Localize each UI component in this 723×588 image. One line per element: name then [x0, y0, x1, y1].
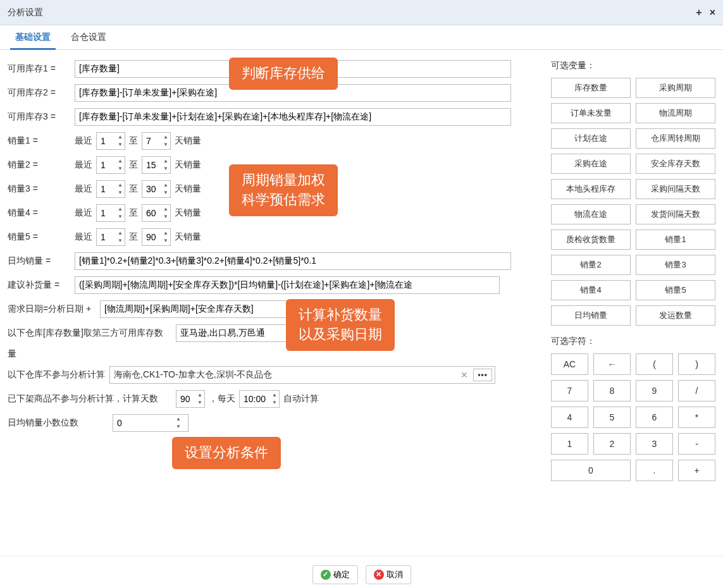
calc-button[interactable]: * — [678, 407, 715, 428]
variable-button[interactable]: 库存数量 — [551, 78, 631, 98]
calc-button[interactable]: 5 — [593, 407, 631, 428]
chevron-down-icon[interactable]: ▼ — [195, 399, 204, 407]
chevron-up-icon[interactable]: ▲ — [161, 205, 170, 213]
titlebar-controls: + × — [696, 7, 715, 18]
chevron-up-icon[interactable]: ▲ — [116, 133, 125, 141]
chevron-up-icon[interactable]: ▲ — [174, 415, 183, 423]
spinner-decimals[interactable]: ▲▼ — [113, 414, 188, 432]
chevron-up-icon[interactable]: ▲ — [161, 230, 170, 237]
text-to: 至 — [129, 231, 138, 243]
variable-button[interactable]: 质检收货数量 — [551, 230, 631, 250]
callout-demand: 周期销量加权 科学预估需求 — [229, 164, 338, 216]
clear-icon[interactable]: ✕ — [458, 370, 471, 380]
calc-button[interactable]: 9 — [636, 380, 673, 401]
cancel-label: 取消 — [386, 569, 403, 580]
calc-button[interactable]: 1 — [551, 433, 588, 455]
chevron-down-icon[interactable]: ▼ — [270, 399, 279, 407]
input-avg-sale[interactable] — [75, 252, 511, 270]
variable-button[interactable]: 安全库存天数 — [636, 154, 715, 174]
calc-button[interactable]: ( — [636, 353, 673, 375]
tab-merge-warehouse[interactable]: 合仓设置 — [61, 25, 116, 49]
variable-button[interactable]: 采购周期 — [636, 78, 715, 98]
chevron-down-icon[interactable]: ▼ — [116, 165, 125, 173]
chevron-down-icon[interactable]: ▼ — [161, 237, 170, 245]
calc-button[interactable]: 0 — [551, 460, 631, 481]
titlebar: 分析设置 + × — [0, 0, 723, 25]
variable-button[interactable]: 发运数量 — [636, 305, 715, 326]
chevron-up-icon[interactable]: ▲ — [161, 157, 170, 165]
more-button[interactable]: ••• — [473, 369, 492, 381]
text-recent: 最近 — [75, 231, 92, 243]
chevron-down-icon[interactable]: ▼ — [161, 141, 170, 149]
variable-button[interactable]: 采购间隔天数 — [636, 179, 715, 199]
chevron-down-icon[interactable]: ▼ — [116, 141, 125, 149]
chevron-up-icon[interactable]: ▲ — [116, 157, 125, 165]
variable-button[interactable]: 销量5 — [636, 280, 715, 300]
variable-button[interactable]: 销量4 — [551, 280, 631, 300]
tab-basic-settings[interactable]: 基础设置 — [5, 25, 61, 49]
calc-button[interactable]: - — [678, 433, 715, 455]
add-icon[interactable]: + — [696, 7, 701, 18]
calc-button[interactable]: / — [678, 380, 715, 401]
chevron-down-icon[interactable]: ▼ — [116, 213, 125, 221]
variable-button[interactable]: 物流在途 — [551, 204, 631, 224]
callout-replenish: 计算补货数量 以及采购日期 — [286, 299, 395, 351]
variable-button[interactable]: 订单未发量 — [551, 103, 631, 123]
chevron-down-icon[interactable]: ▼ — [161, 165, 170, 173]
spinner-s2-from[interactable]: ▲▼ — [96, 156, 125, 174]
label-sale1: 销量1 = — [8, 135, 71, 147]
input-stock3[interactable] — [75, 108, 511, 126]
spinner-s4-from[interactable]: ▲▼ — [96, 204, 125, 222]
chevron-up-icon[interactable]: ▲ — [270, 391, 279, 399]
cancel-button[interactable]: ✕ 取消 — [366, 565, 411, 584]
variable-button[interactable]: 仓库周转周期 — [636, 128, 715, 149]
variable-button[interactable]: 本地头程库存 — [551, 179, 631, 199]
variable-button[interactable]: 物流周期 — [636, 103, 715, 123]
calc-button[interactable]: 8 — [593, 380, 631, 401]
chevron-down-icon[interactable]: ▼ — [161, 189, 170, 197]
chevron-down-icon[interactable]: ▼ — [116, 237, 125, 245]
spinner-s3-from[interactable]: ▲▼ — [96, 180, 125, 198]
calc-button[interactable]: + — [678, 460, 715, 481]
chevron-up-icon[interactable]: ▲ — [116, 205, 125, 213]
ok-button[interactable]: ✓ 确定 — [312, 565, 358, 584]
calc-button[interactable]: ← — [593, 353, 631, 375]
variable-button[interactable]: 计划在途 — [551, 128, 631, 149]
text-recent: 最近 — [75, 207, 92, 219]
chevron-up-icon[interactable]: ▲ — [195, 391, 204, 399]
calc-button[interactable]: . — [636, 460, 673, 481]
chevron-down-icon[interactable]: ▼ — [161, 213, 170, 221]
spinner-s1-from[interactable]: ▲▼ — [96, 132, 125, 150]
variable-button[interactable]: 发货间隔天数 — [636, 204, 715, 224]
label-sale2: 销量2 = — [8, 159, 71, 171]
close-icon[interactable]: × — [710, 7, 715, 18]
calc-button[interactable]: 2 — [593, 433, 631, 455]
chevron-down-icon[interactable]: ▼ — [116, 189, 125, 197]
variable-button[interactable]: 采购在途 — [551, 154, 631, 174]
calc-button[interactable]: 6 — [636, 407, 673, 428]
spinner-s3-to[interactable]: ▲▼ — [142, 180, 171, 198]
spinner-calc-time[interactable]: ▲▼ — [239, 390, 280, 408]
variable-button[interactable]: 销量3 — [636, 255, 715, 275]
chevron-down-icon[interactable]: ▼ — [174, 423, 183, 431]
input-exclude-wh[interactable]: 海南仓,CK1-TO-加拿大仓,深圳-不良品仓 — [114, 369, 455, 381]
chevron-up-icon[interactable]: ▲ — [116, 230, 125, 237]
spinner-calc-days[interactable]: ▲▼ — [176, 390, 205, 408]
calc-button[interactable]: 7 — [551, 380, 588, 401]
calc-button[interactable]: AC — [551, 353, 588, 375]
chevron-up-icon[interactable]: ▲ — [161, 133, 170, 141]
spinner-s5-to[interactable]: ▲▼ — [142, 228, 171, 246]
spinner-s1-to[interactable]: ▲▼ — [142, 132, 171, 150]
spinner-s4-to[interactable]: ▲▼ — [142, 204, 171, 222]
input-suggest[interactable] — [75, 276, 500, 294]
spinner-s2-to[interactable]: ▲▼ — [142, 156, 171, 174]
variable-button[interactable]: 销量2 — [551, 255, 631, 275]
calc-button[interactable]: 4 — [551, 407, 588, 428]
chevron-up-icon[interactable]: ▲ — [116, 181, 125, 189]
calc-button[interactable]: ) — [678, 353, 715, 375]
calc-button[interactable]: 3 — [636, 433, 673, 455]
spinner-s5-from[interactable]: ▲▼ — [96, 228, 125, 246]
variable-button[interactable]: 日均销量 — [551, 305, 631, 326]
chevron-up-icon[interactable]: ▲ — [161, 181, 170, 189]
variable-button[interactable]: 销量1 — [636, 230, 715, 250]
